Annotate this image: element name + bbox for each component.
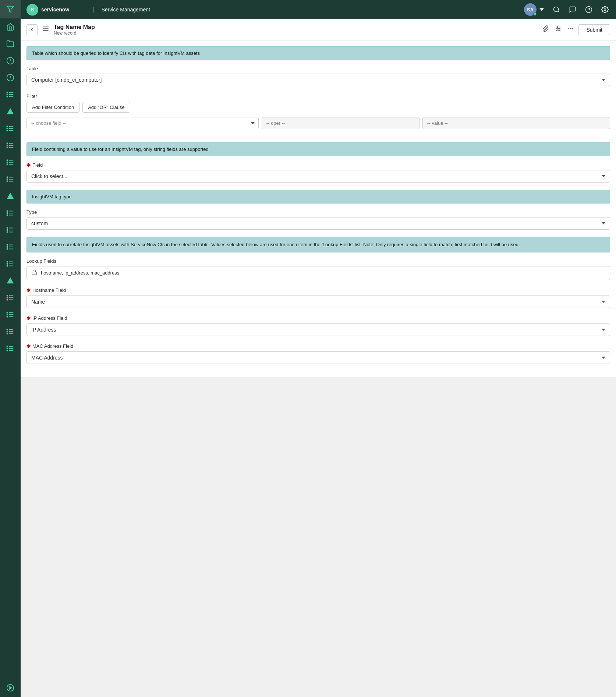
record-header-left: Tag Name Map New record — [26, 24, 95, 36]
type-select[interactable]: custom — [26, 217, 610, 230]
sidebar-item-play[interactable] — [0, 679, 21, 697]
chat-button[interactable] — [567, 4, 578, 15]
sidebar-item-filter[interactable] — [0, 0, 21, 18]
svg-point-105 — [559, 28, 560, 29]
user-avatar-button[interactable]: SA — [524, 3, 537, 16]
ip-address-field-select[interactable]: IP Address — [26, 323, 610, 336]
topbar-divider: | — [93, 7, 94, 13]
more-options-button[interactable] — [566, 24, 576, 35]
filter-oper-input[interactable] — [262, 117, 419, 129]
topbar-left: S servicenow | Service Management — [26, 3, 150, 16]
hostname-field-group: ✱ Hostname Field Name — [26, 287, 610, 308]
svg-point-74 — [7, 314, 8, 315]
filter-field-select[interactable]: -- choose field -- — [26, 117, 259, 129]
ip-address-field-label: ✱ IP Address Field — [26, 315, 610, 321]
svg-point-106 — [557, 30, 558, 31]
hostname-field-select[interactable]: Name — [26, 296, 610, 308]
ip-required-star: ✱ — [26, 315, 31, 321]
mac-address-field-label: ✱ MAC Address Field — [26, 343, 610, 349]
servicenow-logo: S servicenow — [26, 3, 85, 16]
svg-point-30 — [7, 162, 8, 163]
svg-point-10 — [7, 92, 8, 93]
field-section-banner: Field containing a value to use for an I… — [26, 142, 610, 156]
svg-line-94 — [558, 11, 559, 13]
add-or-clause-button[interactable]: Add "OR" Clause — [82, 102, 130, 113]
sidebar-item-list9[interactable] — [0, 255, 21, 272]
field-select[interactable]: Click to select... — [26, 170, 610, 183]
search-button[interactable] — [551, 4, 562, 15]
ip-address-field-group: ✱ IP Address Field IP Address — [26, 315, 610, 336]
svg-point-79 — [7, 329, 8, 330]
filter-buttons: Add Filter Condition Add "OR" Clause — [26, 102, 610, 113]
sidebar-item-list12[interactable] — [0, 323, 21, 340]
sidebar-item-list13[interactable] — [0, 340, 21, 357]
type-field-label: Type — [26, 209, 610, 215]
table-field-group: Table Computer [cmdb_ci_computer] — [26, 66, 610, 86]
svg-point-108 — [570, 28, 571, 29]
svg-point-50 — [7, 231, 8, 233]
svg-point-24 — [7, 145, 8, 146]
submit-button[interactable]: Submit — [578, 24, 610, 35]
table-field-label: Table — [26, 66, 610, 71]
lookup-section-banner: Fields used to correlate InsightVM asset… — [26, 237, 610, 252]
sliders-button[interactable] — [553, 24, 563, 35]
svg-point-42 — [7, 210, 8, 212]
lookup-fields-group: Lookup Fields hostname, ip_address, mac_… — [26, 258, 610, 280]
svg-point-35 — [7, 177, 8, 178]
sidebar-item-info1[interactable] — [0, 52, 21, 69]
sidebar-item-triangle3[interactable] — [0, 272, 21, 289]
sidebar-item-triangle2[interactable] — [0, 188, 21, 205]
svg-marker-38 — [7, 193, 14, 199]
sidebar-item-list3[interactable] — [0, 137, 21, 154]
svg-point-80 — [7, 331, 8, 332]
table-section-banner: Table which should be queried to identif… — [26, 46, 610, 60]
svg-point-69 — [7, 299, 8, 300]
svg-point-37 — [7, 181, 8, 182]
svg-point-48 — [7, 227, 8, 229]
sidebar-item-folder[interactable] — [0, 35, 21, 52]
sidebar-item-list1[interactable] — [0, 86, 21, 103]
avatar-dropdown-button[interactable] — [538, 7, 545, 13]
sidebar-item-list4[interactable] — [0, 154, 21, 171]
svg-text:S: S — [31, 7, 34, 13]
sidebar-item-info2[interactable] — [0, 69, 21, 86]
svg-point-60 — [7, 261, 8, 262]
mac-address-field-select[interactable]: MAC Address — [26, 351, 610, 364]
svg-point-11 — [7, 94, 8, 95]
page-container: Table which should be queried to identif… — [21, 40, 616, 697]
record-title-block: Tag Name Map New record — [54, 24, 95, 36]
sidebar-item-triangle1[interactable] — [0, 103, 21, 120]
sidebar-item-list7[interactable] — [0, 222, 21, 238]
svg-marker-89 — [10, 686, 12, 689]
add-filter-condition-button[interactable]: Add Filter Condition — [26, 102, 79, 113]
sidebar-item-list5[interactable] — [0, 171, 21, 188]
svg-point-68 — [7, 297, 8, 298]
svg-point-67 — [7, 295, 8, 296]
table-select[interactable]: Computer [cmdb_ci_computer] — [26, 74, 610, 86]
settings-button[interactable] — [600, 4, 610, 15]
sidebar-item-list2[interactable] — [0, 120, 21, 137]
sidebar-item-list10[interactable] — [0, 289, 21, 306]
filter-value-input[interactable] — [422, 117, 610, 129]
mac-address-field-group: ✱ MAC Address Field MAC Address — [26, 343, 610, 364]
lock-icon — [31, 269, 37, 277]
record-header-right: Submit — [541, 24, 610, 35]
hamburger-icon[interactable] — [42, 25, 49, 34]
sidebar-item-list8[interactable] — [0, 238, 21, 255]
svg-marker-0 — [7, 6, 14, 13]
svg-point-29 — [7, 160, 8, 161]
attachment-button[interactable] — [541, 24, 550, 35]
svg-point-97 — [604, 9, 606, 11]
field-required-star: ✱ — [26, 162, 31, 168]
sidebar-item-list6[interactable] — [0, 205, 21, 222]
topbar-right: SA — [524, 3, 610, 16]
back-button[interactable] — [26, 24, 38, 35]
sidebar-item-home[interactable] — [0, 18, 21, 35]
topbar-app-title: Service Management — [102, 7, 150, 13]
avatar-notification-dot — [533, 13, 537, 16]
field-field-group: ✱ Field Click to select... — [26, 162, 610, 183]
logo-svg: S servicenow — [26, 3, 85, 16]
help-button[interactable] — [584, 4, 594, 15]
sidebar-item-list11[interactable] — [0, 306, 21, 323]
svg-point-36 — [7, 179, 8, 180]
